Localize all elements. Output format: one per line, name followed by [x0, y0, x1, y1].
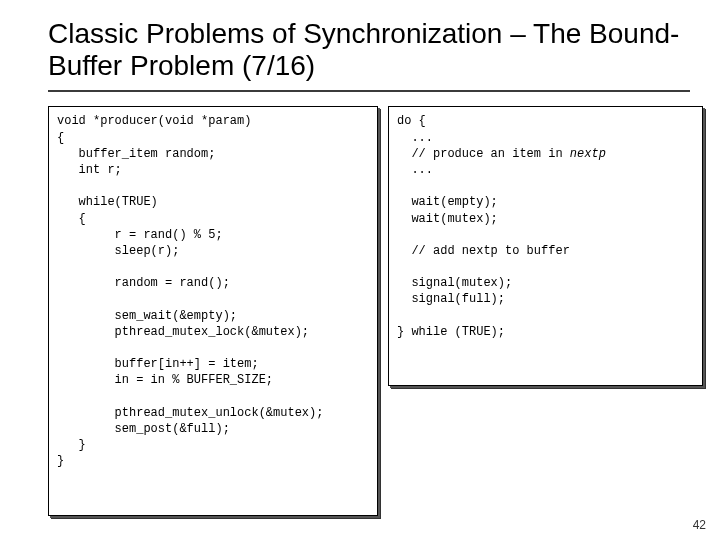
code-line: ... [397, 163, 433, 177]
code-line: signal(full); [397, 292, 505, 306]
code-line: // add nextp to buffer [397, 244, 570, 258]
code-box-left: void *producer(void *param) { buffer_ite… [48, 106, 378, 516]
title-underline [48, 90, 690, 92]
code-line: in = in % BUFFER_SIZE; [57, 373, 273, 387]
code-line: } [57, 438, 86, 452]
code-line: while(TRUE) [57, 195, 158, 209]
code-line: { [57, 131, 64, 145]
code-line: } [57, 454, 64, 468]
code-line: sem_wait(&empty); [57, 309, 237, 323]
code-line: pthread_mutex_unlock(&mutex); [57, 406, 323, 420]
code-line: { [57, 212, 86, 226]
content-area: void *producer(void *param) { buffer_ite… [48, 106, 690, 526]
code-line: wait(mutex); [397, 212, 498, 226]
code-line: pthread_mutex_lock(&mutex); [57, 325, 309, 339]
code-line: ... [397, 131, 433, 145]
code-line: } while (TRUE); [397, 325, 505, 339]
page-number: 42 [693, 518, 706, 532]
code-line: sem_post(&full); [57, 422, 230, 436]
code-line: random = rand(); [57, 276, 230, 290]
code-line: // produce an item in [397, 147, 570, 161]
code-line: r = rand() % 5; [57, 228, 223, 242]
code-line: do { [397, 114, 426, 128]
slide-title: Classic Problems of Synchronization – Th… [48, 18, 690, 82]
code-line: sleep(r); [57, 244, 179, 258]
code-italic: nextp [570, 147, 606, 161]
code-line: wait(empty); [397, 195, 498, 209]
code-line: buffer[in++] = item; [57, 357, 259, 371]
code-line: signal(mutex); [397, 276, 512, 290]
code-line: buffer_item random; [57, 147, 215, 161]
code-line: void *producer(void *param) [57, 114, 251, 128]
code-line: int r; [57, 163, 122, 177]
slide: Classic Problems of Synchronization – Th… [0, 0, 720, 540]
code-box-right: do { ... // produce an item in nextp ...… [388, 106, 703, 386]
